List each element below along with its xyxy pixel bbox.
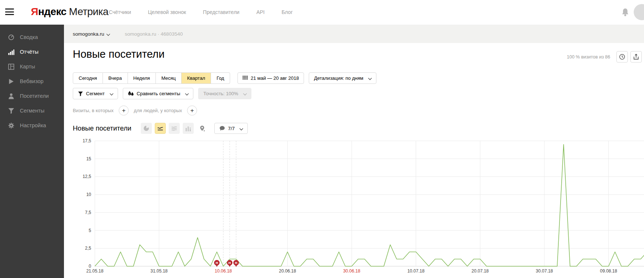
svg-text:31.05.18: 31.05.18 (150, 268, 168, 274)
period-week[interactable]: Неделя (128, 72, 156, 84)
nav-target-call[interactable]: Целевой звонок (148, 9, 186, 15)
segment-controls: Сегмент Сравнить сегменты Точность: 100% (73, 88, 251, 99)
report-area: Новые посетители 100 % визитов из 86 Сег… (64, 43, 644, 278)
sidebar-item-label: Посетители (20, 93, 49, 99)
funnel-icon (8, 108, 14, 114)
detailing-label: Детализация: по дням (314, 75, 363, 81)
page-title: Новые посетители (73, 48, 165, 60)
period-controls: Сегодня Вчера Неделя Месяц Квартал Год 2… (73, 72, 376, 84)
compare-segments-label: Сравнить сегменты (137, 91, 180, 96)
svg-text:2,5: 2,5 (85, 246, 91, 251)
chevron-down-icon (110, 92, 113, 96)
svg-text:17,5: 17,5 (83, 138, 92, 143)
chart-canvas[interactable]: 02,557,51012,51517,521.05.1831.05.1810.0… (64, 125, 644, 278)
svg-text:Н: Н (235, 261, 237, 265)
counter-bar: somogonka.ru somogonka.ru · 46803540 (64, 25, 644, 43)
sidebar-item-label: Вебвизор (20, 78, 43, 84)
date-range-label: 21 май — 20 авг 2018 (251, 75, 299, 81)
svg-text:20.06.18: 20.06.18 (279, 268, 296, 274)
sidebar-item-visitors[interactable]: Посетители (0, 89, 64, 103)
svg-text:12,5: 12,5 (83, 174, 92, 179)
svg-text:10: 10 (86, 192, 92, 197)
sidebar-item-settings[interactable]: Настройка (0, 118, 64, 133)
chevron-down-icon (243, 92, 247, 96)
period-quarter[interactable]: Квартал (182, 72, 211, 84)
calendar-icon (243, 76, 248, 81)
logo-letter: Я (31, 6, 38, 17)
yandex-metrica-logo[interactable]: ЯндексМетрика (31, 6, 108, 18)
svg-text:5: 5 (89, 228, 91, 233)
counter-name: somogonka.ru (73, 31, 104, 37)
sidebar-item-label: Сегменты (20, 108, 44, 114)
export-button[interactable] (630, 51, 642, 63)
add-visit-condition-button[interactable]: + (119, 106, 129, 115)
menu-icon[interactable] (5, 8, 14, 16)
upload-icon (633, 54, 639, 60)
plus-icon: + (190, 107, 194, 114)
svg-text:0: 0 (89, 264, 91, 269)
gear-icon (8, 122, 14, 129)
compare-segments-button[interactable]: Сравнить сегменты (123, 88, 194, 99)
layout-icon (8, 64, 14, 70)
notifications-bell-icon[interactable] (621, 8, 629, 17)
line-chart[interactable]: 02,557,51012,51517,521.05.1831.05.1810.0… (64, 125, 644, 278)
sampling-note: 100 % визитов из 86 (567, 54, 610, 60)
plus-icon: + (122, 107, 126, 114)
nav-representatives[interactable]: Представители (203, 9, 239, 15)
period-yesterday[interactable]: Вчера (103, 72, 128, 84)
nav-counters[interactable]: Счётчики (109, 9, 131, 15)
play-icon (8, 78, 14, 85)
detailing-dropdown[interactable]: Детализация: по дням (309, 72, 376, 84)
nav-blog[interactable]: Блог (282, 9, 293, 15)
period-button-group: Сегодня Вчера Неделя Месяц Квартал Год (73, 72, 230, 84)
sidebar-item-label: Отчёты (20, 49, 39, 55)
sidebar: Сводка Отчёты Карты Вебвизор Посетители … (0, 25, 64, 278)
period-month[interactable]: Месяц (156, 72, 182, 84)
svg-text:7,5: 7,5 (85, 210, 91, 215)
accuracy-dropdown[interactable]: Точность: 100% (198, 88, 251, 99)
svg-text:15: 15 (86, 156, 92, 161)
chevron-down-icon (106, 32, 110, 36)
svg-text:21.05.18: 21.05.18 (86, 268, 104, 274)
svg-text:09.08.18: 09.08.18 (600, 268, 617, 274)
counter-descriptor: somogonka.ru · 46803540 (125, 31, 183, 37)
svg-text:Н: Н (216, 261, 218, 265)
add-people-condition-button[interactable]: + (187, 106, 197, 115)
history-button[interactable] (616, 51, 628, 63)
svg-text:10.07.18: 10.07.18 (407, 268, 425, 274)
people-filter-label: для людей, у которых (134, 108, 182, 113)
top-header: ЯндексМетрика Счётчики Целевой звонок Пр… (0, 0, 644, 25)
filter-builder: Визиты, в которых + для людей, у которых… (73, 106, 202, 115)
bar-chart-icon (8, 49, 14, 55)
accuracy-label: Точность: 100% (203, 91, 238, 96)
clock-icon (619, 54, 625, 60)
filter-icon (78, 91, 83, 96)
sidebar-item-maps[interactable]: Карты (0, 59, 64, 74)
sidebar-item-webvisor[interactable]: Вебвизор (0, 74, 64, 89)
sidebar-item-segments[interactable]: Сегменты (0, 103, 64, 118)
sidebar-item-label: Сводка (20, 34, 38, 40)
chevron-down-icon (368, 76, 372, 80)
sidebar-item-label: Настройка (20, 122, 46, 128)
svg-text:30.06.18: 30.06.18 (343, 268, 360, 274)
nav-api[interactable]: API (256, 9, 265, 15)
user-avatar[interactable] (634, 4, 644, 20)
date-range-button[interactable]: 21 май — 20 авг 2018 (237, 72, 304, 84)
svg-text:20.07.18: 20.07.18 (472, 268, 489, 274)
chevron-down-icon (185, 92, 189, 96)
segment-label: Сегмент (86, 91, 105, 96)
segment-button[interactable]: Сегмент (73, 88, 118, 99)
compare-drops-icon (128, 91, 134, 96)
svg-text:Н: Н (229, 261, 231, 265)
svg-text:10.06.18: 10.06.18 (215, 268, 232, 274)
svg-text:30.07.18: 30.07.18 (536, 268, 553, 274)
gauge-icon (8, 34, 14, 40)
yandex-metrica-app: { "header": { "brand": {"letter": "Я", "… (0, 0, 644, 278)
period-year[interactable]: Год (211, 72, 230, 84)
sidebar-item-label: Карты (20, 64, 35, 70)
sidebar-item-summary[interactable]: Сводка (0, 30, 64, 44)
counter-selector[interactable]: somogonka.ru (73, 31, 110, 37)
period-today[interactable]: Сегодня (73, 72, 103, 84)
sidebar-item-reports[interactable]: Отчёты (0, 44, 64, 59)
person-icon (8, 93, 14, 99)
